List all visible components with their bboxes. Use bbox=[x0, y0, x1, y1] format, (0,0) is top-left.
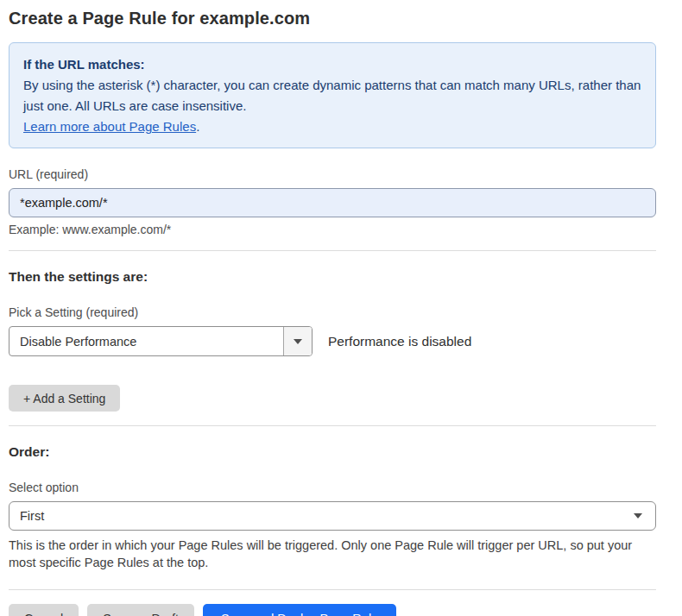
order-section-heading: Order: bbox=[9, 444, 656, 460]
footer-button-bar: Cancel Save as Draft Save and Deploy Pag… bbox=[9, 604, 656, 616]
divider-footer bbox=[9, 589, 656, 590]
order-helper-text: This is the order in which your Page Rul… bbox=[9, 537, 656, 571]
chevron-down-icon bbox=[294, 339, 302, 344]
setting-select-arrow-button[interactable] bbox=[283, 327, 312, 355]
info-box-body: By using the asterisk (*) character, you… bbox=[23, 75, 641, 116]
info-box-link-line: Learn more about Page Rules. bbox=[23, 116, 641, 137]
pick-setting-label: Pick a Setting (required) bbox=[9, 305, 656, 319]
setting-status-text: Performance is disabled bbox=[328, 334, 471, 349]
divider-url-section bbox=[9, 250, 656, 251]
settings-section-heading: Then the settings are: bbox=[9, 269, 656, 285]
save-as-draft-button[interactable]: Save as Draft bbox=[87, 604, 194, 616]
learn-more-link[interactable]: Learn more about Page Rules bbox=[23, 119, 196, 134]
info-box-heading: If the URL matches: bbox=[23, 54, 641, 75]
url-matches-info-box: If the URL matches: By using the asteris… bbox=[9, 42, 656, 148]
url-input[interactable] bbox=[9, 188, 656, 217]
link-period: . bbox=[196, 119, 199, 134]
url-example-helper: Example: www.example.com/* bbox=[9, 223, 656, 236]
divider-settings-section bbox=[9, 425, 656, 426]
url-field-label: URL (required) bbox=[9, 167, 656, 181]
order-select[interactable]: First bbox=[9, 501, 656, 531]
save-and-deploy-button[interactable]: Save and Deploy Page Rule bbox=[203, 604, 396, 616]
cancel-button[interactable]: Cancel bbox=[9, 604, 79, 616]
chevron-down-icon bbox=[634, 513, 642, 519]
setting-select[interactable]: Disable Performance bbox=[9, 326, 313, 356]
setting-select-value: Disable Performance bbox=[9, 327, 283, 355]
page-title: Create a Page Rule for example.com bbox=[9, 9, 656, 28]
order-select-label: Select option bbox=[9, 481, 656, 494]
order-select-value: First bbox=[20, 509, 44, 523]
add-setting-button[interactable]: + Add a Setting bbox=[9, 385, 120, 412]
setting-row: Disable Performance Performance is disab… bbox=[9, 326, 656, 356]
